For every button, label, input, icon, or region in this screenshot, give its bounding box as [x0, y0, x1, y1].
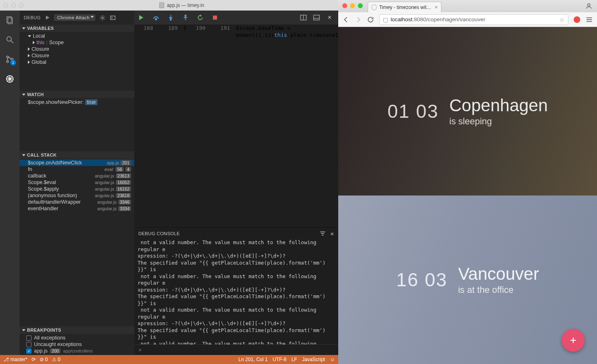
- file-icon: [159, 2, 164, 8]
- console-toggle-icon[interactable]: [110, 15, 116, 21]
- code-line[interactable]: 189 }: [159, 25, 187, 31]
- vscode-titlebar: app.js — timey.in: [0, 0, 338, 11]
- bp-uncaught[interactable]: Uncaught exceptions: [20, 341, 134, 348]
- code-editor[interactable]: 188189 }190191 $scope.baseTime = moment(…: [134, 25, 338, 227]
- console-input[interactable]: >: [134, 344, 338, 355]
- close-icon[interactable]: [342, 3, 347, 8]
- git-branch[interactable]: ⎇ master*: [3, 357, 27, 362]
- chrome-toolbar: ▢ localhost:8080/copenhagen/vancouver ☆: [338, 12, 597, 27]
- stop-icon[interactable]: [211, 14, 219, 21]
- page-info-icon[interactable]: ▢: [383, 16, 388, 23]
- more-icon[interactable]: [313, 14, 320, 21]
- bp-all-exceptions[interactable]: All exceptions: [20, 335, 134, 341]
- close-icon[interactable]: [3, 3, 8, 8]
- scope-closure-2[interactable]: Closure: [20, 52, 134, 59]
- search-icon[interactable]: [5, 34, 15, 45]
- step-into-icon[interactable]: [167, 14, 174, 21]
- step-over-icon[interactable]: [152, 14, 160, 21]
- restart-icon[interactable]: [197, 14, 204, 21]
- url-input[interactable]: ▢ localhost:8080/copenhagen/vancouver ☆: [379, 14, 568, 25]
- close-editor-icon[interactable]: ×: [326, 14, 333, 21]
- gear-icon[interactable]: [100, 15, 106, 21]
- var-this[interactable]: this: Scope: [20, 39, 134, 46]
- bp-file[interactable]: app.js 200 app/controllers: [20, 348, 134, 354]
- minimize-icon[interactable]: [350, 3, 355, 8]
- scope-local[interactable]: Local: [20, 33, 134, 39]
- scope-global[interactable]: Global: [20, 59, 134, 65]
- timezone-panel-vancouver[interactable]: 16 03 Vancouver is at the office: [338, 195, 597, 364]
- code-line[interactable]: 190: [187, 25, 211, 31]
- chrome-tabstrip: Timey - timezones with a h ×: [338, 0, 597, 12]
- svg-point-2: [7, 37, 11, 41]
- code-line[interactable]: 188: [134, 25, 159, 31]
- bookmark-icon[interactable]: ☆: [559, 16, 565, 23]
- reload-icon[interactable]: [367, 16, 374, 23]
- callstack-body: $scope.onAddNewClick app.js201fn eval:56…: [20, 159, 134, 213]
- debug-header-title: DEBUG: [24, 15, 41, 20]
- callstack-frame[interactable]: defaultHandlerWrapper angular.js3346: [20, 199, 134, 205]
- timezone-panel-copenhagen[interactable]: 01 03 Copenhagen is sleeping: [338, 27, 597, 195]
- cursor-position[interactable]: Ln 201, Col 1: [238, 357, 267, 362]
- continue-icon[interactable]: [138, 14, 145, 21]
- maximize-icon[interactable]: [19, 3, 24, 8]
- callstack-frame[interactable]: Scope.$eval angular.js16052: [20, 179, 134, 186]
- vscode-window: app.js — timey.in 1 DEBUG: [0, 0, 338, 364]
- checkbox-checked-icon[interactable]: [26, 348, 32, 354]
- extension-icon[interactable]: [573, 16, 581, 23]
- sync-icon[interactable]: ⟳: [32, 357, 36, 362]
- user-menu-icon[interactable]: [585, 2, 593, 10]
- explorer-icon[interactable]: [5, 15, 15, 25]
- favicon-icon: [371, 4, 377, 10]
- page-content: Paused in Visual Studio Code 01 03 Copen…: [338, 27, 597, 364]
- callstack-frame[interactable]: fn eval:564: [20, 166, 134, 173]
- variables-section-header[interactable]: VARIABLES: [20, 25, 134, 32]
- callstack-frame[interactable]: eventHandler angular.js3334: [20, 205, 134, 212]
- breakpoints-label: BREAKPOINTS: [27, 328, 61, 333]
- debug-icon[interactable]: [5, 74, 15, 84]
- forward-icon[interactable]: [355, 16, 362, 23]
- filter-icon[interactable]: [320, 231, 326, 236]
- callstack-frame[interactable]: $scope.onAddNewClick app.js201: [20, 160, 134, 166]
- code-line[interactable]: 191 $scope.baseTime = moment().tz(this.p…: [211, 25, 338, 31]
- split-editor-icon[interactable]: [300, 14, 307, 21]
- add-city-fab[interactable]: +: [562, 329, 585, 352]
- encoding[interactable]: UTF-8: [273, 357, 287, 362]
- watch-expr[interactable]: $scope.showNewPicker: true: [20, 99, 134, 106]
- checkbox-icon[interactable]: [26, 342, 32, 347]
- browser-tab[interactable]: Timey - timezones with a h ×: [368, 2, 441, 12]
- checkbox-icon[interactable]: [26, 335, 32, 341]
- callstack-section-header[interactable]: CALL STACK: [20, 151, 134, 159]
- scope-closure-1[interactable]: Closure: [20, 46, 134, 52]
- language-mode[interactable]: JavaScript: [302, 357, 325, 362]
- console-output[interactable]: not a valid number. The value must match…: [134, 239, 338, 344]
- back-icon[interactable]: [342, 16, 350, 23]
- vscode-traffic-lights[interactable]: [3, 3, 24, 8]
- svg-rect-24: [314, 15, 319, 20]
- step-out-icon[interactable]: [182, 14, 189, 21]
- start-debug-icon[interactable]: [45, 15, 50, 20]
- errors-count[interactable]: ⊘ 0: [40, 357, 48, 362]
- breakpoints-body: All exceptions Uncaught exceptions app.j…: [20, 334, 134, 355]
- watch-section-header[interactable]: WATCH: [20, 91, 134, 98]
- svg-point-30: [574, 16, 580, 23]
- warnings-count[interactable]: ⚠ 0: [52, 357, 61, 362]
- feedback-icon[interactable]: ☺: [330, 357, 335, 362]
- callstack-frame[interactable]: Scope.$apply angular.js16152: [20, 186, 134, 192]
- debug-console-header: DEBUG CONSOLE ×: [134, 228, 338, 239]
- tz-time: 16 03: [396, 269, 448, 291]
- minimize-icon[interactable]: [11, 3, 16, 8]
- watch-label: WATCH: [27, 92, 44, 97]
- menu-icon[interactable]: [586, 16, 593, 23]
- maximize-icon[interactable]: [358, 3, 363, 8]
- close-tab-icon[interactable]: ×: [434, 4, 438, 10]
- status-bar: ⎇ master* ⟳ ⊘ 0 ⚠ 0 Ln 201, Col 1 UTF-8 …: [0, 355, 338, 364]
- chevron-right-icon: [33, 41, 35, 44]
- callstack-frame[interactable]: (anonymous function) angular.js23618: [20, 192, 134, 199]
- breakpoints-section-header[interactable]: BREAKPOINTS: [20, 326, 134, 334]
- callstack-frame[interactable]: callback angular.js23613: [20, 173, 134, 179]
- close-console-icon[interactable]: ×: [330, 230, 334, 237]
- debug-config-dropdown[interactable]: Chrome Attach: [54, 14, 95, 21]
- source-control-icon[interactable]: 1: [5, 54, 15, 65]
- eol[interactable]: LF: [292, 357, 297, 362]
- chrome-traffic-lights[interactable]: [342, 3, 363, 8]
